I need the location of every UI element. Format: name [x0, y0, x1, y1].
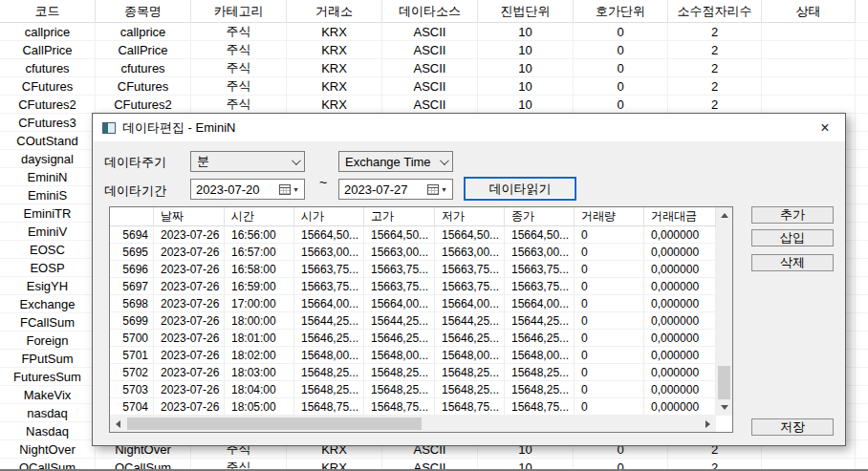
- table-cell: 0: [574, 41, 668, 59]
- table-cell: EOSP: [0, 259, 96, 277]
- cell-filler: [856, 23, 868, 41]
- dropdown-arrow-icon: ▼: [293, 186, 299, 193]
- grid-cell: 18:00:00: [225, 312, 294, 330]
- cell-filler: [856, 277, 868, 295]
- grid-column-header[interactable]: 종가: [505, 207, 575, 226]
- grid-row[interactable]: 57032023-07-2618:04:0015648,25...15648,2…: [110, 381, 732, 398]
- grid-cell: 2023-07-26: [154, 295, 225, 312]
- time-base-select[interactable]: Exchange Time: [338, 151, 453, 172]
- close-icon[interactable]: ×: [814, 118, 835, 139]
- horizontal-scrollbar[interactable]: [110, 416, 716, 432]
- vertical-scrollbar[interactable]: [716, 207, 732, 416]
- row-number: 5703: [110, 381, 154, 398]
- read-data-button[interactable]: 데이타읽기: [464, 177, 576, 201]
- grid-column-header[interactable]: 날짜: [154, 207, 225, 226]
- calendar-dropdown-button[interactable]: ▼: [427, 184, 447, 195]
- column-header[interactable]: 거래소: [287, 0, 382, 23]
- grid-row[interactable]: 56952023-07-2616:57:0015663,00...15663,0…: [110, 244, 732, 261]
- grid-column-header[interactable]: 고가: [364, 207, 435, 226]
- grid-cell: 2023-07-26: [154, 330, 225, 347]
- table-cell: [762, 41, 856, 59]
- table-cell: FCallSum: [0, 313, 96, 332]
- vertical-scroll-thumb[interactable]: [718, 366, 730, 399]
- column-header[interactable]: 호가단위: [574, 0, 668, 23]
- grid-column-header[interactable]: 거래대금: [644, 207, 716, 226]
- insert-button[interactable]: 삽입: [751, 229, 834, 246]
- scroll-up-button[interactable]: [716, 207, 732, 224]
- data-period-label: 데이타주기: [104, 154, 166, 171]
- grid-cell: 17:00:00: [225, 295, 294, 312]
- arrow-down-icon: [721, 405, 728, 410]
- table-cell: KRX: [287, 96, 382, 114]
- grid-column-header[interactable]: 저가: [435, 207, 505, 226]
- table-cell: EOSC: [0, 241, 96, 259]
- table-cell: KRX: [287, 77, 382, 96]
- data-period-select[interactable]: 분: [190, 151, 305, 172]
- grid-row[interactable]: 56962023-07-2616:58:0015663,75...15663,7…: [110, 261, 732, 278]
- cell-filler: [856, 223, 868, 241]
- save-button[interactable]: 저장: [751, 418, 834, 436]
- cell-filler: [856, 96, 868, 114]
- grid-column-header[interactable]: [110, 207, 154, 226]
- grid-row[interactable]: 56972023-07-2616:59:0015663,75...15663,7…: [110, 278, 732, 295]
- grid-row[interactable]: 57042023-07-2618:05:0015648,75...15648,7…: [110, 398, 732, 416]
- grid-row[interactable]: 56982023-07-2617:00:0015664,00...15664,0…: [110, 295, 732, 312]
- data-period-value: 분: [197, 153, 209, 170]
- table-cell: KRX: [287, 41, 382, 59]
- grid-row[interactable]: 57012023-07-2618:02:0015648,00...15648,0…: [110, 347, 732, 364]
- table-cell: 0: [574, 96, 668, 114]
- horizontal-scroll-thumb[interactable]: [127, 417, 422, 430]
- column-header[interactable]: 소수점자리수: [668, 0, 762, 23]
- table-cell: 0: [574, 59, 668, 77]
- date-to-field[interactable]: 2023-07-27 ▼: [338, 179, 453, 200]
- grid-cell: 15648,75...: [364, 398, 435, 416]
- date-from-field[interactable]: 2023-07-20 ▼: [190, 179, 305, 200]
- table-cell: ASCII: [382, 96, 478, 114]
- grid-row[interactable]: 57002023-07-2618:01:0015646,25...15646,2…: [110, 330, 732, 347]
- scroll-down-button[interactable]: [716, 399, 732, 416]
- table-cell: EminiV: [0, 223, 96, 241]
- dialog-titlebar[interactable]: 데이타편집 - EminiN ×: [93, 114, 845, 141]
- grid-cell: 18:03:00: [225, 364, 294, 381]
- grid-cell: 15664,00...: [294, 295, 364, 312]
- table-cell: KRX: [287, 59, 382, 77]
- row-number: 5698: [110, 295, 154, 312]
- table-cell: nasdaq: [0, 404, 96, 422]
- time-base-value: Exchange Time: [345, 155, 431, 169]
- cell-filler: [856, 259, 868, 277]
- grid-row[interactable]: 56942023-07-2616:56:0015664,50...15664,5…: [110, 226, 732, 244]
- grid-cell: 0,000000: [644, 330, 716, 347]
- grid-cell: 15648,25...: [364, 381, 435, 398]
- grid-column-header[interactable]: 시가: [294, 207, 364, 226]
- column-header[interactable]: 종목명: [96, 0, 191, 23]
- grid-cell: 0: [575, 312, 644, 330]
- grid-cell: 15644,25...: [505, 312, 575, 330]
- grid-cell: 15663,00...: [364, 244, 435, 261]
- column-header[interactable]: 상태: [762, 0, 856, 23]
- grid-cell: 15664,00...: [505, 295, 575, 312]
- table-row[interactable]: CFuturesCFutures주식KRXASCII1002: [0, 77, 868, 96]
- grid-row[interactable]: 56992023-07-2618:00:0015644,25...15644,2…: [110, 312, 732, 330]
- table-cell: MakeVix: [0, 386, 96, 404]
- table-row[interactable]: callpricecallprice주식KRXASCII1002: [0, 23, 868, 41]
- scroll-right-button[interactable]: [700, 416, 716, 432]
- column-header[interactable]: 카테고리: [191, 0, 287, 23]
- column-header[interactable]: 코드: [0, 0, 96, 23]
- row-number: 5702: [110, 364, 154, 381]
- table-row[interactable]: CallPriceCallPrice주식KRXASCII1002: [0, 41, 868, 59]
- grid-column-header[interactable]: 시간: [225, 207, 294, 226]
- grid-cell: 15648,75...: [435, 398, 505, 416]
- table-cell: ASCII: [382, 77, 478, 96]
- column-header[interactable]: 데이타소스: [382, 0, 478, 23]
- calendar-dropdown-button[interactable]: ▼: [279, 184, 299, 195]
- table-cell: 10: [478, 77, 574, 96]
- grid-row[interactable]: 57022023-07-2618:03:0015648,25...15648,2…: [110, 364, 732, 381]
- add-button[interactable]: 추가: [751, 206, 834, 224]
- column-header[interactable]: 진법단위: [478, 0, 574, 23]
- table-row[interactable]: cfuturescfutures주식KRXASCII1002: [0, 59, 868, 77]
- table-cell: COutStand: [0, 132, 96, 150]
- delete-button[interactable]: 삭제: [751, 254, 834, 271]
- grid-column-header[interactable]: 거래량: [575, 207, 644, 226]
- scroll-left-button[interactable]: [110, 416, 126, 432]
- table-row[interactable]: CFutures2CFutures2주식KRXASCII1002: [0, 96, 868, 114]
